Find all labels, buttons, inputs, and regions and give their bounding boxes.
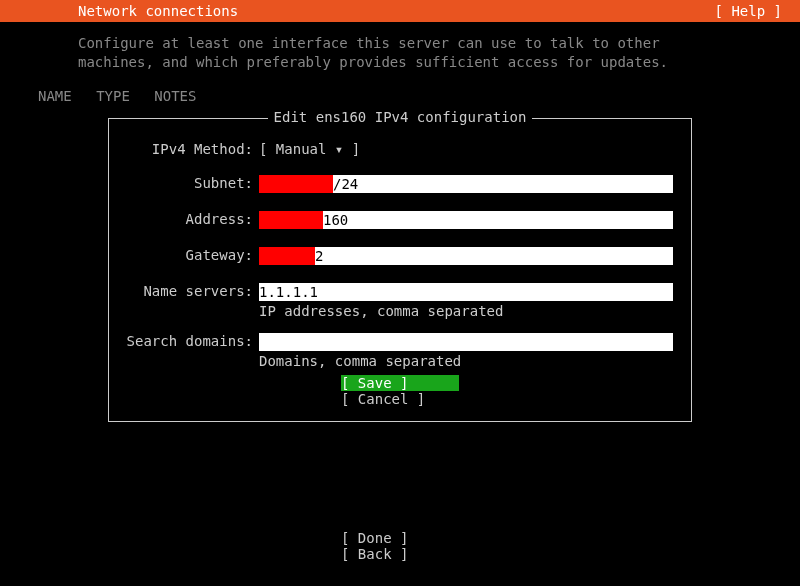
row-nameservers: Name servers: 1.1.1.1 IP addresses, comm… — [123, 283, 677, 319]
description-text: Configure at least one interface this se… — [0, 22, 800, 72]
page-title: Network connections — [78, 3, 238, 19]
subnet-label: Subnet: — [123, 175, 259, 191]
footer-buttons: [ Done ] [ Back ] — [0, 530, 800, 562]
nameservers-value: 1.1.1.1 — [259, 284, 318, 300]
row-address: Address: 160 — [123, 211, 677, 229]
nameservers-hint: IP addresses, comma separated — [259, 303, 677, 319]
dialog-title: Edit ens160 IPv4 configuration — [109, 109, 691, 125]
row-gateway: Gateway: 2 — [123, 247, 677, 265]
gateway-label: Gateway: — [123, 247, 259, 263]
redacted-block — [259, 211, 323, 229]
address-value: 160 — [323, 212, 348, 228]
row-searchdomains: Search domains: Domains, comma separated — [123, 333, 677, 369]
redacted-block — [259, 175, 333, 193]
subnet-input[interactable]: /24 — [259, 175, 673, 193]
redacted-block — [259, 247, 315, 265]
back-button[interactable]: [ Back ] — [341, 546, 459, 562]
dialog-buttons: [ Save ] [ Cancel ] — [123, 375, 677, 407]
row-subnet: Subnet: /24 — [123, 175, 677, 193]
method-label: IPv4 Method: — [123, 141, 259, 157]
nameservers-input[interactable]: 1.1.1.1 — [259, 283, 673, 301]
address-label: Address: — [123, 211, 259, 227]
col-name: NAME — [38, 88, 72, 104]
nameservers-label: Name servers: — [123, 283, 259, 299]
col-notes: NOTES — [154, 88, 196, 104]
gateway-input[interactable]: 2 — [259, 247, 673, 265]
searchdomains-hint: Domains, comma separated — [259, 353, 677, 369]
save-button[interactable]: [ Save ] — [341, 375, 459, 391]
address-input[interactable]: 160 — [259, 211, 673, 229]
row-method: IPv4 Method: [ Manual ▾ ] — [123, 141, 677, 157]
help-button[interactable]: [ Help ] — [715, 3, 782, 19]
subnet-value: /24 — [333, 176, 358, 192]
cancel-button[interactable]: [ Cancel ] — [341, 391, 459, 407]
col-type: TYPE — [96, 88, 130, 104]
searchdomains-label: Search domains: — [123, 333, 259, 349]
searchdomains-input[interactable] — [259, 333, 673, 351]
method-dropdown[interactable]: [ Manual ▾ ] — [259, 141, 360, 157]
table-header: NAME TYPE NOTES — [0, 72, 800, 104]
done-button[interactable]: [ Done ] — [341, 530, 459, 546]
edit-ipv4-dialog: Edit ens160 IPv4 configuration IPv4 Meth… — [108, 118, 692, 422]
topbar: Network connections [ Help ] — [0, 0, 800, 22]
gateway-value: 2 — [315, 248, 323, 264]
